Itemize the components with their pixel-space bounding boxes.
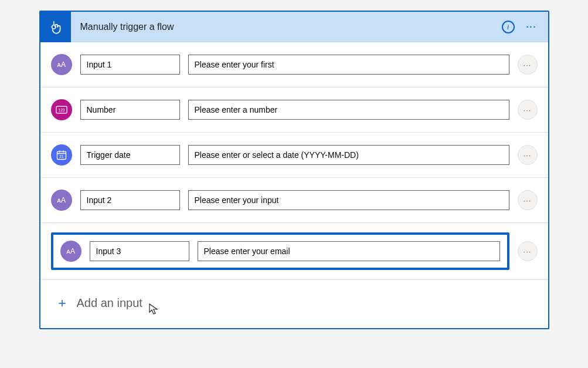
input-placeholder-field[interactable] <box>188 100 509 120</box>
add-input-label: Add an input <box>77 296 142 310</box>
date-type-icon: 21 <box>51 144 72 166</box>
svg-text:123: 123 <box>58 108 64 112</box>
selection-highlight: ᴀA <box>51 232 509 270</box>
input-row: 123 ··· <box>40 87 548 133</box>
add-input-button[interactable]: ＋ Add an input <box>40 280 548 328</box>
card-header: Manually trigger a flow i ··· <box>40 12 548 42</box>
input-row: ᴀA ··· <box>40 42 548 87</box>
inputs-list: ᴀA ··· 123 ··· 21 <box>40 42 548 328</box>
svg-text:21: 21 <box>59 154 64 158</box>
row-menu-button[interactable]: ··· <box>518 145 538 165</box>
text-type-icon: ᴀA <box>60 241 81 262</box>
trigger-icon <box>40 12 71 42</box>
input-name-field[interactable] <box>80 190 180 210</box>
info-icon: i <box>502 21 515 33</box>
input-name-field[interactable] <box>80 55 180 75</box>
row-menu-button[interactable]: ··· <box>518 190 538 210</box>
input-row-selected: ᴀA ··· <box>40 223 548 280</box>
row-menu-button[interactable]: ··· <box>518 241 538 261</box>
text-type-icon: ᴀA <box>51 54 72 75</box>
text-type-icon: ᴀA <box>51 190 72 211</box>
input-name-field[interactable] <box>80 100 180 120</box>
input-placeholder-field[interactable] <box>188 190 509 210</box>
input-row: ᴀA ··· <box>40 178 548 223</box>
row-menu-button[interactable]: ··· <box>518 55 538 75</box>
card-title: Manually trigger a flow <box>71 22 497 32</box>
plus-icon: ＋ <box>56 294 69 312</box>
info-button[interactable]: i <box>497 15 520 39</box>
row-menu-button[interactable]: ··· <box>518 100 538 120</box>
input-placeholder-field[interactable] <box>198 241 500 261</box>
input-name-field[interactable] <box>90 241 189 261</box>
card-menu-button[interactable]: ··· <box>520 15 543 39</box>
number-type-icon: 123 <box>51 99 72 120</box>
input-placeholder-field[interactable] <box>188 55 509 75</box>
input-placeholder-field[interactable] <box>188 145 509 165</box>
trigger-card: Manually trigger a flow i ··· ᴀA ··· 123… <box>39 11 549 329</box>
input-row: 21 ··· <box>40 133 548 178</box>
input-name-field[interactable] <box>80 145 180 165</box>
